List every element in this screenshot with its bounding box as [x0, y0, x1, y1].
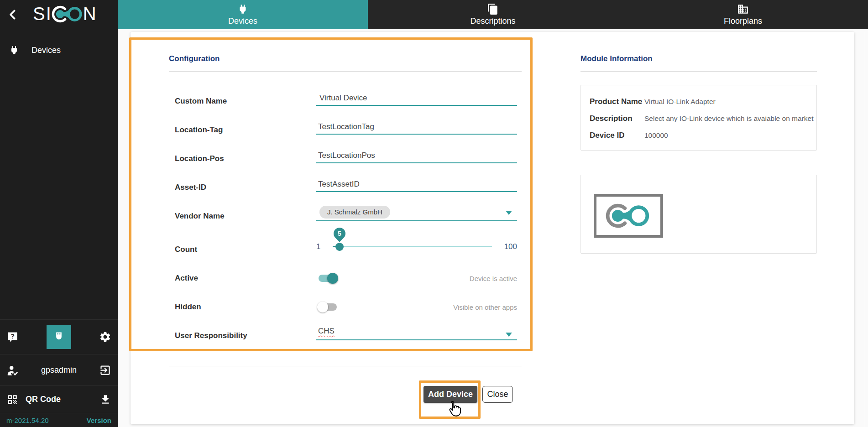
module-information-title: Module Information	[580, 54, 653, 63]
slider-min-label: 1	[316, 242, 320, 251]
slider-value-balloon: 5	[334, 228, 345, 240]
documents-icon	[487, 3, 499, 15]
location-pos-label: Location-Pos	[175, 154, 224, 163]
tab-label: Floorplans	[724, 16, 762, 26]
download-icon[interactable]	[99, 394, 111, 406]
version-row: m-2021.54.20 Version	[0, 413, 118, 427]
help-icon[interactable]: ?	[6, 331, 19, 343]
toggle-knob	[327, 273, 338, 284]
input-underline	[316, 105, 517, 106]
device-image-card	[580, 175, 817, 254]
user-responsibility-label: User Responsibility	[175, 331, 247, 340]
count-label: Count	[175, 245, 197, 254]
sidebar-header: SI N	[0, 0, 118, 29]
product-name-label: Product Name	[590, 97, 642, 106]
version-label: Version	[87, 417, 111, 424]
user-row: gpsadmin	[0, 354, 118, 385]
divider	[169, 71, 522, 72]
description-value: Select any IO-Link device which is avaia…	[644, 115, 813, 123]
qr-code-label: QR Code	[26, 395, 99, 404]
user-responsibility-select[interactable]: CHS	[318, 327, 335, 336]
tab-descriptions[interactable]: Descriptions	[368, 0, 618, 29]
sidebar-item-label: Devices	[31, 46, 61, 55]
sidebar-footer: ?	[0, 319, 118, 427]
svg-text:?: ?	[10, 333, 15, 340]
qr-code-icon	[6, 394, 18, 406]
location-tag-label: Location-Tag	[175, 125, 223, 135]
hidden-label: Hidden	[175, 302, 201, 312]
asset-id-label: Asset-ID	[175, 183, 206, 192]
count-slider-track[interactable]	[333, 246, 492, 247]
co-logo-icon	[603, 202, 654, 230]
brand-text-prefix: SI	[33, 4, 52, 24]
tabbar: Devices Descriptions Floorplans	[118, 0, 868, 29]
custom-name-input[interactable]: Virtual Device	[319, 94, 367, 103]
hidden-toggle[interactable]	[317, 301, 338, 313]
vendor-name-label: Vendor Name	[175, 212, 225, 221]
divider	[169, 366, 522, 366]
sidebar-active-tool-devices[interactable]	[47, 325, 71, 349]
tab-label: Devices	[228, 16, 257, 26]
toggle-knob	[317, 302, 328, 312]
tab-devices[interactable]: Devices	[118, 0, 368, 29]
vendor-chip[interactable]: J. Schmalz GmbH	[319, 206, 390, 219]
slider-max-label: 100	[502, 242, 517, 251]
sidebar-footer-icons: ?	[0, 319, 118, 354]
asset-id-input[interactable]: TestAssetID	[318, 180, 360, 189]
app-root: SI N Devices ?	[0, 0, 868, 427]
user-responsibility-dropdown-arrow-icon[interactable]	[506, 333, 512, 337]
username-label: gpsadmin	[19, 365, 99, 375]
device-id-value: 100000	[644, 131, 668, 140]
tab-label: Descriptions	[470, 16, 515, 26]
hidden-hint: Visible on other apps	[426, 303, 517, 311]
divider	[580, 71, 817, 72]
sidebar: SI N Devices ?	[0, 0, 118, 427]
plug-icon	[9, 45, 20, 56]
device-image	[594, 194, 663, 238]
input-underline	[316, 191, 517, 192]
brand-logo: SI N	[33, 4, 97, 24]
version-value: m-2021.54.20	[6, 417, 49, 424]
logout-icon[interactable]	[99, 364, 111, 376]
count-slider-thumb[interactable]	[335, 243, 344, 251]
input-underline	[316, 134, 517, 135]
product-name-value: Virtual IO-Link Adapter	[644, 98, 716, 106]
brand-text-suffix: N	[83, 4, 97, 24]
building-icon	[737, 3, 749, 15]
active-label: Active	[175, 274, 198, 283]
plug-icon	[237, 3, 249, 15]
custom-name-label: Custom Name	[175, 97, 227, 106]
vendor-dropdown-arrow-icon[interactable]	[506, 211, 512, 215]
brand-co-icon	[51, 4, 84, 24]
input-underline	[316, 339, 517, 340]
active-hint: Device is active	[426, 275, 517, 282]
input-underline	[316, 162, 517, 163]
description-label: Description	[590, 114, 633, 123]
add-device-button[interactable]: Add Device	[424, 386, 477, 403]
tab-floorplans[interactable]: Floorplans	[618, 0, 868, 29]
configuration-title: Configuration	[169, 54, 220, 63]
usb-device-icon	[52, 331, 65, 344]
input-underline	[316, 220, 517, 221]
location-tag-input[interactable]: TestLocationTag	[318, 122, 374, 131]
qr-row: QR Code	[0, 385, 118, 413]
module-info-card: Product Name Virtual IO-Link Adapter Des…	[580, 85, 817, 151]
close-button[interactable]: Close	[482, 386, 513, 403]
device-id-label: Device ID	[590, 131, 625, 140]
back-icon[interactable]	[5, 7, 20, 22]
gear-icon[interactable]	[99, 331, 111, 343]
active-toggle[interactable]	[317, 272, 338, 284]
person-check-icon	[6, 364, 19, 376]
scrollbar-track	[865, 32, 865, 427]
location-pos-input[interactable]: TestLocationPos	[318, 151, 375, 160]
sidebar-item-devices[interactable]: Devices	[0, 40, 118, 60]
